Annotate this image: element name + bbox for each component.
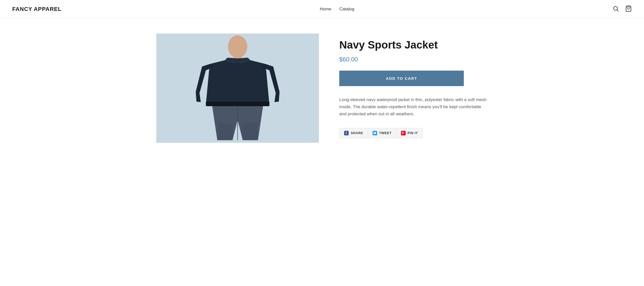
nav-home[interactable]: Home — [320, 7, 331, 12]
share-facebook-button[interactable]: f SHARE — [339, 128, 368, 138]
add-to-cart-button[interactable]: ADD TO CART — [339, 71, 464, 86]
product-description: Long-sleeved navy waterproof jacket in t… — [339, 96, 488, 118]
share-pinterest-label: PIN IT — [408, 131, 418, 135]
product-page: Navy Sports Jacket $60.00 ADD TO CART Lo… — [144, 34, 500, 143]
share-twitter-label: TWEET — [379, 131, 392, 135]
svg-point-4 — [228, 35, 247, 58]
product-title: Navy Sports Jacket — [339, 39, 488, 51]
facebook-icon: f — [344, 131, 349, 135]
product-info: Navy Sports Jacket $60.00 ADD TO CART Lo… — [339, 34, 488, 138]
share-pinterest-button[interactable]: P PIN IT — [396, 128, 423, 138]
svg-rect-6 — [206, 102, 269, 106]
main-nav: Home Catalog — [320, 7, 354, 12]
site-header: FANCY APPAREL Home Catalog — [0, 0, 644, 18]
twitter-icon — [373, 131, 377, 135]
product-price: $60.00 — [339, 56, 488, 63]
product-image — [156, 34, 319, 143]
pinterest-icon: P — [401, 131, 406, 135]
nav-catalog[interactable]: Catalog — [340, 7, 355, 12]
svg-line-1 — [617, 10, 619, 11]
svg-point-0 — [614, 6, 617, 10]
search-icon[interactable] — [612, 5, 619, 13]
share-facebook-label: SHARE — [351, 131, 363, 135]
brand-logo[interactable]: FANCY APPAREL — [12, 6, 62, 12]
share-twitter-button[interactable]: TWEET — [368, 128, 396, 138]
cart-icon[interactable] — [625, 5, 632, 13]
share-buttons: f SHARE TWEET P PIN IT — [339, 128, 488, 138]
header-icons — [612, 5, 632, 13]
